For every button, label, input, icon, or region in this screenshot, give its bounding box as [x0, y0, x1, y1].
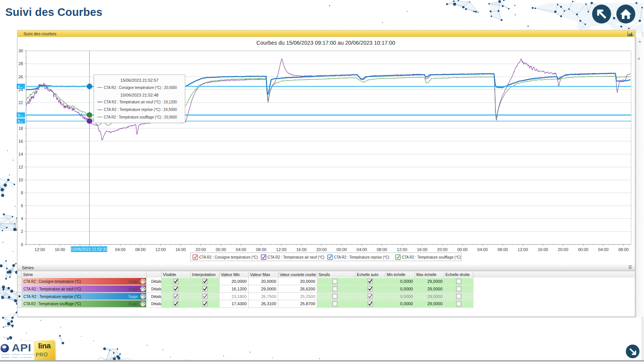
svg-text:12: 12	[19, 165, 23, 169]
svg-text:Valeur Max: Valeur Max	[250, 272, 270, 277]
svg-text:04:00: 04:00	[115, 247, 126, 252]
svg-text:00:00: 00:00	[578, 247, 589, 252]
svg-text:08:00: 08:00	[497, 247, 508, 252]
svg-text:26: 26	[19, 75, 23, 79]
svg-text:12:00: 12:00	[397, 247, 408, 252]
svg-text:Valeur Min: Valeur Min	[221, 272, 240, 277]
svg-text:08:00: 08:00	[256, 247, 267, 252]
svg-text:Détails: Détails	[151, 279, 161, 284]
svg-text:CTA R2 : Température reprise (: CTA R2 : Température reprise (°C)	[23, 294, 81, 299]
svg-text:25,2500: 25,2500	[300, 294, 315, 299]
svg-text:15/06/2023 21:52:57: 15/06/2023 21:52:57	[120, 78, 159, 83]
svg-text:17,4300: 17,4300	[231, 301, 247, 306]
svg-text:Détails: Détails	[151, 294, 161, 299]
svg-text:08:00: 08:00	[618, 247, 629, 252]
svg-text:Séries: Séries	[22, 265, 34, 270]
svg-text:CTA R2 : Température soufflage: CTA R2 : Température soufflage (°C) : 20…	[104, 115, 177, 119]
svg-text:08:00: 08:00	[377, 247, 387, 252]
svg-text:15/06/2023 21:52:48: 15/06/2023 21:52:48	[120, 93, 159, 97]
svg-text:16,1200: 16,1200	[231, 287, 247, 291]
svg-text:12:00: 12:00	[155, 247, 166, 252]
svg-text:Min échelle: Min échelle	[387, 272, 405, 277]
svg-text:08:00: 08:00	[135, 247, 146, 252]
svg-text:0,0000: 0,0000	[400, 301, 413, 306]
svg-text:16:00: 16:00	[296, 247, 307, 252]
svg-text:12:00: 12:00	[34, 247, 45, 252]
svg-text:Suppr.: Suppr.	[128, 279, 139, 284]
svg-text:Détails: Détails	[151, 301, 161, 306]
svg-text:20:00: 20:00	[437, 247, 448, 252]
svg-text:29,0000: 29,0000	[427, 287, 442, 291]
svg-text:2...: 2...	[18, 113, 23, 117]
svg-text:26,6200: 26,6200	[300, 287, 315, 291]
svg-text:20,0000: 20,0000	[231, 279, 247, 284]
svg-text:18: 18	[19, 126, 23, 131]
svg-text:CTA R2 : Température air neuf: CTA R2 : Température air neuf (°C)	[23, 287, 81, 291]
svg-text:CTA R2 : Température air neuf: CTA R2 : Température air neuf (°C)	[267, 255, 324, 259]
svg-text:CTA R2 : Température air neuf: CTA R2 : Température air neuf (°C) : 19,…	[104, 100, 177, 104]
svg-text:CTA R2 : Consigne température: CTA R2 : Consigne température (°C)	[199, 255, 258, 259]
svg-text:CTA R2 : Température reprise (: CTA R2 : Température reprise (°C)	[334, 255, 389, 259]
svg-text:CTA R2 : Consigne température: CTA R2 : Consigne température (°C) : 20,…	[104, 85, 177, 90]
svg-text:26,3100: 26,3100	[261, 301, 276, 306]
svg-text:8: 8	[21, 190, 23, 195]
svg-text:25,8700: 25,8700	[300, 301, 315, 306]
svg-text:12:00: 12:00	[276, 247, 287, 252]
svg-text:30: 30	[19, 48, 23, 53]
svg-text:16: 16	[19, 139, 23, 144]
svg-text:Détails: Détails	[151, 287, 161, 291]
svg-text:14: 14	[19, 152, 23, 156]
svg-text:23,1800: 23,1800	[231, 294, 247, 299]
svg-text:4: 4	[21, 216, 23, 221]
svg-text:29,0000: 29,0000	[427, 294, 442, 299]
svg-text:20:00: 20:00	[195, 247, 206, 252]
svg-text:10: 10	[19, 178, 23, 182]
svg-text:20:00: 20:00	[316, 247, 327, 252]
svg-text:00:00: 00:00	[336, 247, 347, 252]
svg-text:26,7500: 26,7500	[261, 294, 276, 299]
svg-text:04:00: 04:00	[598, 247, 609, 252]
svg-text:29,0000: 29,0000	[427, 301, 442, 306]
svg-text:1...: 1...	[18, 119, 23, 123]
svg-text:Valeur courante courbe: Valeur courante courbe	[280, 272, 316, 277]
svg-text:0: 0	[21, 242, 23, 247]
svg-text:0,0000: 0,0000	[400, 279, 413, 284]
svg-text:0,0000: 0,0000	[400, 294, 413, 299]
svg-text:CTA R2 : Température soufflage: CTA R2 : Température soufflage (°C)	[402, 255, 461, 259]
svg-text:CTA R2 : Température soufflage: CTA R2 : Température soufflage (°C)	[23, 301, 81, 306]
svg-text:16:00: 16:00	[538, 247, 548, 252]
svg-text:Seuils: Seuils	[319, 272, 330, 277]
svg-text:Max échelle: Max échelle	[416, 272, 436, 277]
svg-text:20,0000: 20,0000	[300, 279, 315, 284]
svg-text:28: 28	[19, 61, 23, 66]
svg-text:29,0000: 29,0000	[261, 287, 276, 291]
svg-text:Echelle droite: Echelle droite	[445, 272, 470, 277]
svg-text:Série: Série	[23, 272, 33, 277]
svg-text:16:00: 16:00	[55, 247, 65, 252]
svg-text:0,0000: 0,0000	[400, 287, 413, 291]
svg-text:Echelle auto: Echelle auto	[357, 272, 378, 277]
svg-text:2: 2	[21, 229, 23, 234]
svg-text:12:00: 12:00	[517, 247, 528, 252]
svg-text:04:00: 04:00	[236, 247, 247, 252]
svg-text:20:00: 20:00	[558, 247, 569, 252]
svg-text:CTA R2 : Consigne température: CTA R2 : Consigne température (°C)	[23, 279, 81, 284]
svg-text:22: 22	[19, 100, 23, 105]
svg-text:20,0000: 20,0000	[261, 279, 276, 284]
svg-text:00:00: 00:00	[216, 247, 226, 252]
svg-text:16:00: 16:00	[175, 247, 186, 252]
svg-text:Suppr.: Suppr.	[128, 294, 139, 299]
svg-text:04:00: 04:00	[356, 247, 367, 252]
svg-text:04:00: 04:00	[477, 247, 488, 252]
svg-text:Suppr.: Suppr.	[128, 287, 139, 291]
svg-text:Interpolation: Interpolation	[192, 272, 216, 277]
svg-text:CTA R2 : Température reprise (: CTA R2 : Température reprise (°C) : 24,5…	[104, 107, 177, 112]
svg-text:Visible: Visible	[163, 272, 176, 277]
svg-text:15/06/2023 21:52:31: 15/06/2023 21:52:31	[71, 247, 108, 251]
svg-text:16:00: 16:00	[417, 247, 428, 252]
svg-text:6: 6	[21, 203, 23, 208]
svg-text:2...: 2...	[18, 84, 23, 89]
svg-text:29,0000: 29,0000	[427, 279, 442, 284]
svg-text:00:00: 00:00	[457, 247, 468, 252]
svg-text:Suppr.: Suppr.	[128, 301, 139, 306]
